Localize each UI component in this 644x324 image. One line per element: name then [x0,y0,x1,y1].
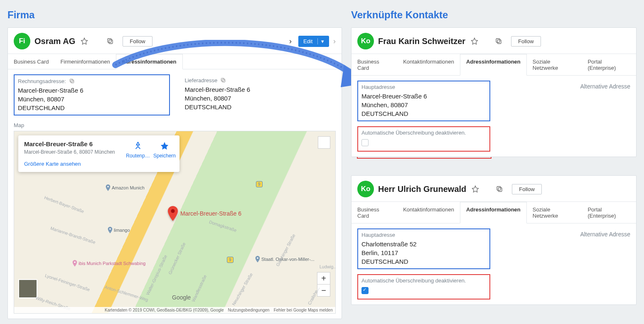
heading-firma: Firma [7,9,342,21]
tab-kontaktinformationen[interactable]: Kontaktinformationen [397,202,460,223]
tab-portal[interactable]: Portal (Enterprise) [582,202,636,223]
svg-rect-12 [496,39,500,42]
shipping-address-block: Lieferadresse Marcel-Breuer-Straße 6 Mün… [182,74,336,115]
overwrite-label: Automatische Überschreibung deaktivieren… [361,277,486,284]
main-address-label: Hauptadresse [361,84,395,90]
google-logo: Google [172,294,191,301]
alternative-address-label: Alternative Adresse [490,228,630,269]
copy-icon[interactable] [494,36,504,46]
road-lyonel: Lyonel-Feininger-Straße [44,273,91,292]
contact-chip: Ko [357,33,374,49]
contact-header: Ko Herr Ulrich Grunewald Follow [351,176,636,202]
tab-soziale-netzwerke[interactable]: Soziale Netzwerke [527,202,582,223]
tab-business-card[interactable]: Business Card [351,202,397,223]
contact-street: Charlottenstraße 52 [361,240,486,248]
copy-icon[interactable] [105,36,115,46]
contact-country: DEUTSCHLAND [361,109,486,118]
star-icon[interactable] [79,36,89,46]
satellite-thumbnail[interactable] [18,279,37,298]
billing-address-block: Rechnungsadresse: Marcel-Breuer-Straße 6… [14,74,170,115]
contact-title: Herr Ulrich Grunewald [378,184,466,194]
attrib-terms-link[interactable]: Nutzungsbedingungen [228,308,270,312]
follow-button[interactable]: Follow [511,36,541,47]
tab-business-card[interactable]: Business Card [351,54,397,75]
poi-amazon[interactable]: Amazon Munich [106,184,145,191]
contact-city: München, 80807 [361,101,486,109]
edit-caret-icon[interactable]: ▾ [317,38,324,44]
svg-point-8 [109,228,111,230]
contact-tabs: Business Card Kontaktinformationen Adres… [351,54,636,76]
company-tabs: Business Card Firmeninformationen Adress… [8,54,342,69]
svg-rect-5 [221,78,224,81]
company-card: Fi Osram AG Follow › Edit ▾ › [7,27,342,319]
svg-rect-0 [109,40,113,44]
map-save-label: Speichern [153,153,176,159]
fullscreen-icon[interactable] [318,136,330,149]
shipping-label: Lieferadresse [185,77,218,83]
follow-button[interactable]: Follow [123,36,152,47]
chevron-right-icon[interactable]: › [333,37,336,46]
overwrite-block: Automatische Überschreibung deaktivieren… [357,126,490,152]
svg-point-7 [107,186,109,188]
copy-icon[interactable] [494,184,504,194]
map-directions-label: Routenp… [126,153,150,159]
tab-portal[interactable]: Portal (Enterprise) [582,54,636,75]
svg-point-6 [171,209,175,213]
map-label: Map [14,122,336,128]
star-icon[interactable] [470,184,480,194]
company-title: Osram AG [34,37,75,46]
tab-soziale-netzwerke[interactable]: Soziale Netzwerke [527,54,582,75]
route-shield-9: 9 [256,181,263,187]
map-pin[interactable]: Marcel-Breuer-Straße 6 [168,206,241,221]
tab-kontaktinformationen[interactable]: Kontaktinformationen [397,54,460,75]
svg-rect-11 [497,40,501,44]
zoom-in-button[interactable]: + [317,272,330,285]
contacts-column: Verknüpfte Kontakte Ko Frau Karin Schwei… [351,7,637,324]
poi-ibis[interactable]: ibis Munich Parkstadt Schwabing [72,260,126,267]
tab-adressinformationen[interactable]: Adressinformationen [116,54,183,69]
edit-button[interactable]: Edit ▾ [298,36,329,47]
map-larger-link[interactable]: Größere Karte ansehen [24,161,81,167]
star-icon[interactable] [469,36,479,46]
zoom-out-button[interactable]: − [317,285,330,296]
billing-country: DEUTSCHLAND [18,103,166,112]
company-body: Rechnungsadresse: Marcel-Breuer-Straße 6… [8,69,342,319]
contact-chip: Ko [357,181,374,197]
edit-label: Edit [303,38,312,44]
zoom-control: + − [317,272,330,297]
map-pin-label: Marcel-Breuer-Straße 6 [180,210,241,217]
map[interactable]: Marcel-Breuer-Straße 6 Marcel-Breuer-Str… [14,131,336,314]
alternative-address-label: Alternative Adresse [490,81,630,121]
tab-adressinformationen[interactable]: Adressinformationen [460,54,527,76]
contact-title: Frau Karin Schweitzer [378,37,465,46]
map-save-button[interactable]: Speichern [152,141,177,159]
company-column: Firma Fi Osram AG Follow › Edit ▾ [7,7,342,324]
overwrite-checkbox[interactable] [361,139,369,146]
tab-business-card[interactable]: Business Card [8,54,55,69]
attrib-report-link[interactable]: Fehler bei Google Maps melden [274,308,333,312]
svg-rect-1 [108,39,111,42]
svg-rect-14 [497,187,501,190]
contact-city: Berlin, 10117 [361,248,486,257]
main-address-block: Hauptadresse Charlottenstraße 52 Berlin,… [357,228,490,269]
road-wandles: Wandlesstraße [191,274,208,303]
contact-card-1: Ko Frau Karin Schweitzer Follow Business… [351,27,637,157]
road-herbert: Herbert-Bayer-Straße [44,195,85,214]
copy-icon[interactable] [220,77,226,83]
billing-city: München, 80807 [18,95,166,103]
shipping-city: München, 80807 [185,94,333,103]
overwrite-checkbox[interactable] [361,287,369,294]
svg-rect-3 [70,79,73,82]
follow-button[interactable]: Follow [512,184,542,194]
map-directions-button[interactable]: Routenp… [125,141,150,159]
road-domagk: Domagkstraße [209,219,237,233]
chevron-right-icon[interactable]: › [289,37,292,46]
main-address-block: Hauptadresse Marcel-Breuer-Straße 6 Münc… [357,81,490,121]
road-ludwig: Ludwig... [320,264,336,269]
tab-firmeninformationen[interactable]: Firmeninformationen [55,54,116,69]
tab-adressinformationen[interactable]: Adressinformationen [460,202,527,223]
poi-limango[interactable]: limango [108,227,130,233]
road-marianne: Marianne-Brandt-Straße [50,226,96,245]
copy-icon[interactable] [69,78,75,84]
svg-rect-4 [222,79,225,82]
